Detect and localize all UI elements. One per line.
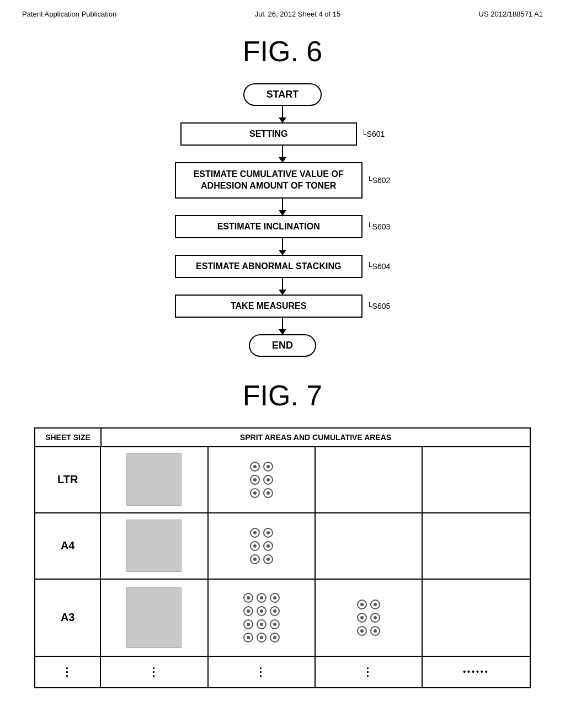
ltr-empty2: [423, 447, 530, 512]
circle: [243, 606, 253, 616]
circle: [270, 593, 280, 603]
flowchart-s604-row: ESTIMATE ABNORMAL STACKING └S604: [175, 255, 391, 278]
start-node: START: [243, 83, 322, 106]
header-sheet-size: SHEET SIZE: [35, 429, 102, 446]
circle: [250, 488, 260, 498]
circle: [250, 475, 260, 485]
s604-label: └S604: [367, 262, 391, 271]
ltr-empty1: [316, 447, 423, 512]
ltr-gray-box: [126, 453, 182, 506]
s602-node: ESTIMATE CUMULATIVE VALUE OF ADHESION AM…: [175, 162, 363, 199]
flowchart: START SETTING └S601 ESTIMATE CUMULATIVE …: [175, 83, 391, 357]
table-row-dots: ⋮ ⋮ ⋮ ⋮ ••••••: [35, 657, 530, 687]
dots-col1: ⋮: [35, 657, 101, 687]
dots-col2: ⋮: [101, 657, 208, 687]
circle: [257, 593, 266, 603]
flowchart-s605-row: TAKE MEASURES └S605: [175, 295, 391, 318]
table-header-row: SHEET SIZE SPRIT AREAS AND CUMULATIVE AR…: [35, 429, 530, 447]
fig7-title: FIG. 7: [243, 379, 322, 412]
circle: [370, 626, 380, 636]
fig6-title: FIG. 6: [243, 35, 322, 68]
circle: [357, 599, 367, 609]
a4-empty1: [316, 513, 423, 579]
circle: [370, 613, 380, 623]
circle: [370, 599, 380, 609]
arrow-2: [282, 146, 283, 162]
dots-col4: ⋮: [316, 657, 423, 687]
flowchart-s601-row: SETTING └S601: [180, 122, 385, 146]
dots-col5: ••••••: [423, 657, 530, 687]
page-header: Patent Application Publication Jul. 26, …: [0, 0, 565, 24]
circle: [270, 606, 280, 616]
a3-circle-grid-2: [357, 599, 380, 636]
fig7-table: SHEET SIZE SPRIT AREAS AND CUMULATIVE AR…: [34, 427, 531, 688]
arrow-4: [282, 238, 283, 255]
a3-label: A3: [35, 580, 101, 656]
circle: [263, 462, 273, 472]
a4-gray-box: [126, 520, 182, 572]
s602-line2: ADHESION AMOUNT OF TONER: [187, 180, 350, 192]
circle: [357, 613, 367, 623]
flowchart-s602-row: ESTIMATE CUMULATIVE VALUE OF ADHESION AM…: [175, 162, 391, 199]
a4-circle-grid: [250, 528, 273, 564]
circle: [270, 619, 280, 629]
a3-circles1: [209, 580, 316, 656]
s603-node: ESTIMATE INCLINATION: [175, 215, 363, 238]
ltr-label: LTR: [35, 447, 101, 512]
a3-gray: [101, 580, 208, 656]
end-node: END: [249, 334, 316, 357]
circle: [263, 528, 273, 538]
table-row-a4: A4: [35, 513, 530, 580]
a4-circles: [209, 513, 316, 579]
circle: [243, 633, 253, 643]
flowchart-s603-row: ESTIMATE INCLINATION └S603: [175, 215, 391, 238]
ltr-gray: [101, 447, 208, 512]
a4-label: A4: [35, 513, 101, 579]
circle: [257, 619, 266, 629]
circle: [263, 541, 273, 551]
circle: [270, 633, 280, 643]
circle: [357, 626, 367, 636]
a3-circles2: [316, 580, 423, 656]
a4-empty2: [423, 513, 530, 579]
ltr-circle-grid: [250, 462, 273, 498]
arrow-6: [282, 318, 283, 334]
circle: [257, 606, 266, 616]
s601-node: SETTING: [180, 122, 357, 146]
table-row-a3: A3: [35, 580, 530, 657]
s603-label: └S603: [367, 222, 391, 231]
s604-node: ESTIMATE ABNORMAL STACKING: [175, 255, 363, 278]
circle: [243, 619, 253, 629]
circle: [263, 554, 273, 564]
a3-circle-grid-1: [243, 593, 280, 643]
flowchart-end-row: END: [249, 334, 316, 357]
circle: [250, 554, 260, 564]
s605-node: TAKE MEASURES: [175, 295, 363, 318]
circle: [250, 462, 260, 472]
circle: [250, 541, 260, 551]
s605-label: └S605: [367, 302, 391, 311]
circle: [243, 593, 253, 603]
ltr-circles: [209, 447, 316, 512]
header-left: Patent Application Publication: [22, 10, 116, 18]
fig6-section: FIG. 6 START SETTING └S601 ESTIMATE CUMU…: [0, 24, 565, 357]
fig7-section: FIG. 7 SHEET SIZE SPRIT AREAS AND CUMULA…: [0, 357, 565, 705]
a4-gray: [101, 513, 208, 579]
arrow-5: [282, 278, 283, 295]
arrow-3: [282, 199, 283, 215]
table-row-ltr: LTR: [35, 447, 530, 513]
s602-line1: ESTIMATE CUMULATIVE VALUE OF: [187, 169, 350, 180]
circle: [263, 488, 273, 498]
flowchart-start-row: START: [243, 83, 322, 106]
a3-gray-box: [126, 587, 182, 648]
dots-col3: ⋮: [209, 657, 316, 687]
circle: [250, 528, 260, 538]
arrow-1: [282, 106, 283, 122]
s602-label: └S602: [367, 176, 391, 185]
circle: [257, 633, 266, 643]
header-right: US 2012/188571 A1: [479, 10, 543, 18]
header-areas: SPRIT AREAS AND CUMULATIVE AREAS: [102, 429, 530, 446]
s601-label: └S601: [361, 130, 385, 138]
header-middle: Jul. 26, 2012 Sheet 4 of 15: [255, 10, 340, 18]
a3-empty: [423, 580, 530, 656]
